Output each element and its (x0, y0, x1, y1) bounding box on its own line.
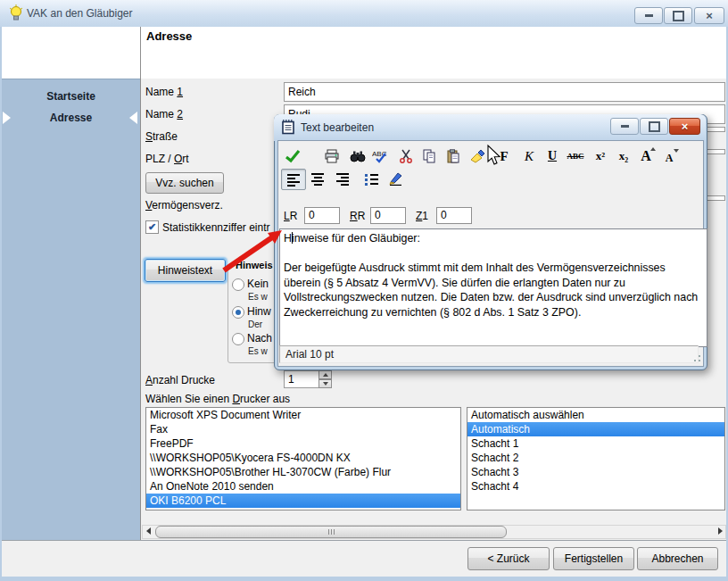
minimize-icon (645, 14, 653, 17)
wizard-sidebar (2, 79, 140, 541)
active-step-right-arrow-icon (129, 112, 137, 124)
list-item[interactable]: Schacht 3 (467, 465, 724, 479)
format-brush-icon (469, 149, 485, 163)
dialog-notepad-icon (281, 120, 295, 135)
name1-label: Name 1 (145, 86, 183, 98)
align-left-icon (287, 172, 300, 187)
resize-grip[interactable] (692, 352, 701, 362)
maximize-icon (649, 121, 660, 132)
scroll-left-button[interactable] (143, 527, 153, 535)
radio-nach[interactable] (232, 333, 244, 345)
paste-button[interactable] (442, 145, 465, 167)
radio-dot-icon (236, 310, 241, 315)
list-item[interactable]: Automatisch auswählen (467, 408, 724, 422)
minimize-button[interactable] (634, 7, 663, 24)
lr-label: LR (284, 210, 297, 222)
list-item[interactable]: Schacht 1 (467, 436, 724, 451)
bold-button[interactable]: F (492, 145, 516, 167)
format-brush-button[interactable] (466, 145, 489, 167)
dialog-close-button[interactable]: × (669, 118, 700, 135)
vvz-suchen-button[interactable]: Vvz. suchen (145, 172, 224, 194)
pen-icon (388, 171, 404, 186)
lr-field[interactable]: 0 (304, 207, 340, 224)
list-item[interactable]: Schacht 4 (467, 479, 724, 494)
sidebar-item-adresse[interactable]: Adresse (2, 108, 140, 128)
find-button[interactable] (346, 145, 369, 167)
radio-nach-label: Nach (247, 332, 272, 344)
radio-hinweis[interactable] (232, 306, 244, 319)
spinner-up-button[interactable] (318, 370, 332, 379)
window-title: VAK an den Gläubiger (27, 7, 133, 20)
spinner-down-button[interactable] (318, 379, 332, 388)
bullet-list-button[interactable] (360, 169, 383, 188)
check-icon: ✔ (148, 222, 156, 232)
underline-button[interactable]: U (541, 145, 564, 167)
page-title: Adresse (146, 29, 192, 43)
bullet-list-icon (365, 172, 378, 186)
hinweistext-button[interactable]: Hinweistext (145, 259, 226, 282)
radio-hinweis-subtext: Der (248, 320, 262, 329)
hinweis-group-label: Hinweis (234, 260, 275, 270)
list-item[interactable]: Schacht 2 (467, 451, 724, 465)
superscript-button[interactable]: x² (589, 145, 612, 167)
cut-button[interactable] (394, 145, 418, 167)
minimize-icon (621, 125, 629, 128)
close-button[interactable]: × (694, 7, 724, 24)
finish-button[interactable]: Fertigstellen (553, 547, 634, 570)
dialog-maximize-button[interactable] (640, 118, 668, 135)
list-item[interactable]: \\WORKSHOP05\Kyocera FS-4000DN KX (146, 451, 460, 465)
align-right-button[interactable] (331, 169, 354, 188)
spellcheck-button[interactable]: ABC (369, 145, 393, 167)
print-button[interactable] (320, 145, 343, 167)
align-center-icon (311, 171, 324, 186)
list-item[interactable]: Fax (146, 422, 460, 436)
drucker-label: Wählen Sie einen Drucker aus (145, 393, 290, 405)
list-item[interactable]: Automatisch (467, 422, 724, 436)
italic-button[interactable]: K (517, 145, 541, 167)
up-arrow-icon (323, 373, 328, 377)
cancel-button[interactable]: Abbrechen (637, 547, 718, 570)
ok-apply-button[interactable] (281, 145, 304, 167)
cut-scissors-icon (399, 149, 413, 163)
radio-kein[interactable] (232, 278, 244, 291)
rr-label: RR (350, 210, 365, 222)
maximize-icon (673, 11, 684, 21)
close-icon: × (706, 10, 713, 21)
anzahl-drucke-field[interactable]: 1 (284, 370, 322, 388)
scroll-right-button[interactable] (715, 527, 725, 535)
pen-button[interactable] (385, 169, 408, 188)
name1-field[interactable]: Reich (284, 82, 725, 102)
list-item[interactable]: FreePDF (146, 436, 460, 451)
dialog-minimize-button[interactable] (610, 118, 639, 135)
strikethrough-button[interactable]: ABC (564, 145, 587, 167)
copy-button[interactable] (418, 145, 441, 167)
vak-wizard-window: VAK an den Gläubiger × Adresse Startseit… (0, 0, 728, 581)
printer-listbox[interactable]: Microsoft XPS Document WriterFaxFreePDF\… (145, 407, 461, 510)
dialog-title: Text bearbeiten (301, 121, 374, 134)
align-left-button[interactable] (281, 169, 306, 190)
name2-label: Name 2 (145, 108, 183, 120)
list-item[interactable]: An OneNote 2010 senden (146, 479, 460, 494)
rr-field[interactable]: 0 (370, 207, 406, 224)
font-increase-arrow-icon (650, 147, 656, 151)
hint-text-editor[interactable]: Hinweise für den Gläubiger: Der beigefüg… (279, 228, 707, 347)
active-step-left-arrow-icon (3, 112, 11, 124)
anzahl-drucke-stepper[interactable] (318, 370, 332, 388)
vermoegensverz-label: Vermögensverz. (145, 199, 223, 212)
maximize-button[interactable] (664, 7, 692, 24)
z1-field[interactable]: 0 (436, 207, 472, 224)
statistik-checkbox[interactable]: ✔ (145, 220, 159, 234)
radio-nach-subtext: Es w (248, 346, 268, 356)
scrollbar-thumb[interactable] (155, 526, 507, 538)
align-center-button[interactable] (306, 169, 329, 188)
subscript-button[interactable]: x₂ (612, 145, 635, 167)
tray-listbox[interactable]: Automatisch auswählenAutomatischSchacht … (467, 407, 725, 510)
list-item[interactable]: \\WORKSHOP05\Brother HL-3070CW (Farbe) F… (146, 465, 460, 479)
back-button[interactable]: < Zurück (467, 547, 550, 570)
close-icon: × (682, 120, 689, 132)
horizontal-scrollbar[interactable] (142, 525, 726, 539)
list-item[interactable]: OKI B6200 PCL (146, 494, 460, 508)
list-item[interactable]: Microsoft XPS Document Writer (146, 408, 460, 422)
statistik-label: Statistikkennziffer eintr (162, 221, 270, 234)
sidebar-item-startseite[interactable]: Startseite (2, 87, 140, 106)
